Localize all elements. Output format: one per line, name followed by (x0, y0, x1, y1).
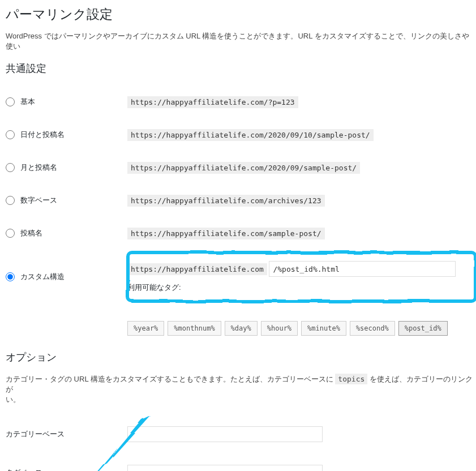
tag-button[interactable]: %day% (225, 321, 258, 336)
option-post-name[interactable]: 投稿名 (6, 228, 122, 238)
radio-day-name[interactable] (6, 130, 15, 139)
category-base-label: カテゴリーベース (6, 415, 127, 453)
tag-base-input[interactable] (127, 465, 323, 471)
options-heading: オプション (6, 350, 476, 364)
option-plain-label: 基本 (20, 97, 35, 107)
radio-custom[interactable] (6, 272, 15, 281)
option-month-name[interactable]: 月と投稿名 (6, 162, 122, 173)
option-numeric[interactable]: 数字ベース (6, 195, 122, 205)
permalink-options-table: 基本 https://happyaffiliatelife.com/?p=123… (6, 85, 476, 350)
tag-button[interactable]: %post_id% (398, 321, 448, 336)
option-month-name-label: 月と投稿名 (20, 162, 57, 173)
category-base-input[interactable] (127, 426, 323, 442)
tag-button[interactable]: %hour% (261, 321, 298, 336)
custom-base-url: https://happyaffiliatelife.com (127, 263, 267, 275)
tag-base-label: タグベース (6, 453, 127, 471)
tag-button[interactable]: %minute% (301, 321, 346, 336)
custom-structure-input[interactable] (269, 261, 456, 277)
option-plain[interactable]: 基本 (6, 97, 122, 107)
page-title: パーマリンク設定 (6, 6, 476, 23)
options-desc: カテゴリー・タグの URL 構造をカスタマイズすることもできます。たとえば、カテ… (6, 374, 476, 405)
option-plain-example: https://happyaffiliatelife.com/?p=123 (127, 96, 298, 108)
optional-settings-table: カテゴリーベース タグベース (6, 415, 476, 471)
options-desc-tail: い。 (6, 395, 20, 404)
intro-text: WordPress ではパーマリンクやアーカイブにカスタム URL 構造を使うこ… (6, 31, 476, 52)
option-custom-label: カスタム構造 (20, 272, 65, 282)
tag-buttons-row: %year%%monthnum%%day%%hour%%minute%%seco… (127, 321, 470, 339)
option-day-name-label: 日付と投稿名 (20, 130, 65, 140)
option-day-name[interactable]: 日付と投稿名 (6, 130, 122, 140)
option-day-name-example: https://happyaffiliatelife.com/2020/09/1… (127, 129, 374, 141)
option-month-name-example: https://happyaffiliatelife.com/2020/09/s… (127, 162, 360, 174)
tag-button[interactable]: %monthnum% (168, 321, 221, 336)
options-desc-pre: カテゴリー・タグの URL 構造をカスタマイズすることもできます。たとえば、カテ… (6, 375, 335, 383)
common-settings-heading: 共通設定 (6, 62, 476, 75)
tag-button[interactable]: %second% (350, 321, 395, 336)
options-desc-code: topics (335, 374, 367, 384)
option-post-name-label: 投稿名 (20, 228, 42, 238)
radio-month-name[interactable] (6, 163, 15, 172)
radio-plain[interactable] (6, 97, 15, 106)
radio-post-name[interactable] (6, 229, 15, 238)
tag-button[interactable]: %year% (127, 321, 164, 336)
available-tags-label: 利用可能なタグ: (127, 282, 470, 293)
option-custom[interactable]: カスタム構造 (6, 272, 122, 282)
option-numeric-example: https://happyaffiliatelife.com/archives/… (127, 195, 325, 207)
option-post-name-example: https://happyaffiliatelife.com/sample-po… (127, 228, 325, 239)
option-numeric-label: 数字ベース (20, 195, 57, 205)
radio-numeric[interactable] (6, 196, 15, 205)
highlight-annotation (126, 251, 476, 303)
